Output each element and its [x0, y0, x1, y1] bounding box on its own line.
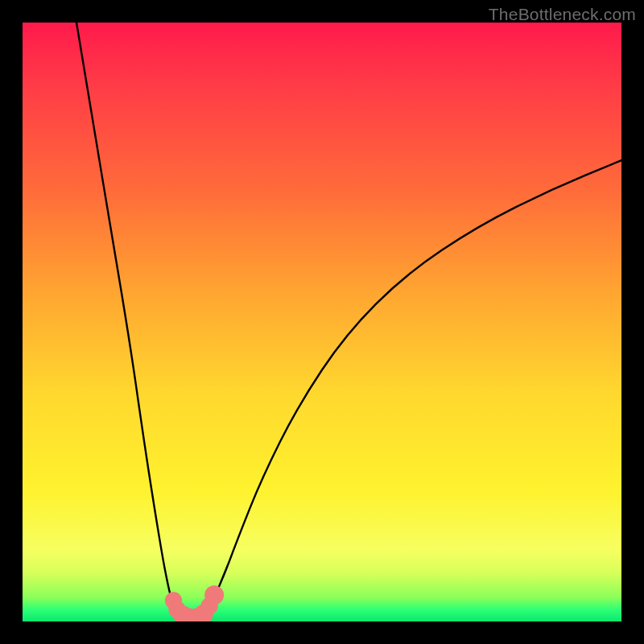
chart-plot-area: [23, 23, 621, 621]
marker-group: [165, 585, 224, 621]
curve-right-branch: [208, 160, 621, 609]
chart-svg: [23, 23, 621, 621]
curve-left-branch: [76, 23, 178, 616]
chart-frame: TheBottleneck.com: [0, 0, 644, 644]
watermark-text: TheBottleneck.com: [489, 5, 636, 24]
marker-dot: [204, 585, 224, 605]
